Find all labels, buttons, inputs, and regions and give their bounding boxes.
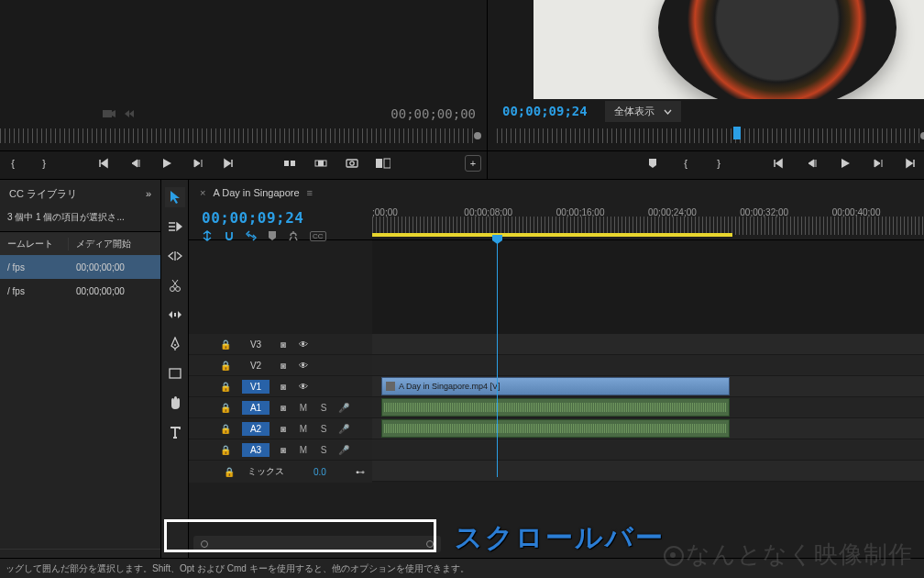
- toggle-output-icon[interactable]: ◙: [273, 403, 293, 413]
- program-timecode[interactable]: 00;00;09;24: [502, 104, 588, 118]
- insert-icon[interactable]: [123, 108, 136, 119]
- track-header-a1[interactable]: 🔒 A1 ◙ M S 🎤: [189, 397, 372, 418]
- visibility-icon[interactable]: 👁: [293, 339, 314, 350]
- mark-in-icon[interactable]: {: [6, 156, 20, 171]
- mark-out-icon[interactable]: }: [37, 156, 51, 171]
- solo-icon[interactable]: S: [314, 424, 334, 434]
- voice-over-icon[interactable]: 🎤: [334, 424, 354, 434]
- svg-rect-1: [284, 161, 289, 166]
- hand-tool-icon[interactable]: [165, 393, 185, 413]
- col-media-start[interactable]: メディア開始: [69, 238, 160, 250]
- mix-value[interactable]: 0.0: [314, 467, 326, 477]
- overwrite-clip-icon[interactable]: [314, 156, 328, 171]
- toggle-output-icon[interactable]: ◙: [273, 445, 293, 455]
- go-to-in-icon[interactable]: [97, 156, 112, 171]
- play-icon[interactable]: [838, 156, 852, 171]
- audio-clip[interactable]: [381, 398, 730, 417]
- step-forward-icon[interactable]: [871, 156, 886, 171]
- zoom-handle-right[interactable]: [426, 540, 434, 548]
- zoom-handle-left[interactable]: [201, 540, 208, 548]
- button-editor-icon[interactable]: +: [465, 155, 481, 172]
- mute-icon[interactable]: M: [293, 424, 314, 434]
- zoom-select[interactable]: 全体表示: [605, 101, 681, 122]
- track-header-v2[interactable]: 🔒 V2 ◙ 👁: [189, 355, 372, 376]
- track-header-v3[interactable]: 🔒 V3 ◙ 👁: [189, 334, 372, 355]
- type-tool-icon[interactable]: [165, 422, 185, 442]
- project-list-row[interactable]: / fps 00;00;00;00: [0, 255, 160, 279]
- timeline-playhead[interactable]: [497, 239, 498, 477]
- svg-rect-8: [384, 159, 390, 168]
- sequence-tab-label[interactable]: A Day in Singapore: [213, 187, 299, 198]
- video-only-icon[interactable]: [103, 108, 116, 119]
- mark-out-icon[interactable]: }: [711, 156, 726, 171]
- voice-over-icon[interactable]: 🎤: [334, 403, 354, 413]
- panel-menu-icon[interactable]: ≡: [307, 187, 313, 198]
- insert-clip-icon[interactable]: [282, 156, 297, 171]
- timeline-ruler[interactable]: ;00;00 00;00;08;00 00;00;16;00 00;00;24;…: [372, 206, 924, 239]
- lock-icon[interactable]: 🔒: [220, 361, 238, 371]
- timeline-zoom-scrollbar[interactable]: [193, 536, 441, 552]
- col-framerate[interactable]: ームレート: [0, 238, 69, 250]
- track-lane-v3[interactable]: [372, 334, 924, 355]
- lock-icon[interactable]: 🔒: [220, 403, 238, 413]
- track-lane-a1[interactable]: [372, 397, 924, 418]
- timeline-timecode[interactable]: 00;00;09;24: [202, 209, 359, 227]
- export-frame-icon[interactable]: [345, 156, 359, 171]
- visibility-icon[interactable]: 👁: [293, 361, 314, 371]
- add-marker-icon[interactable]: [645, 156, 660, 171]
- lock-icon[interactable]: 🔒: [224, 467, 235, 477]
- overflow-icon[interactable]: »: [146, 188, 151, 199]
- track-lane-v2[interactable]: [372, 355, 924, 376]
- track-header-a3[interactable]: 🔒 A3 ◙ M S 🎤: [189, 439, 372, 461]
- visibility-icon[interactable]: 👁: [293, 382, 314, 392]
- cc-libraries-tab[interactable]: CC ライブラリ: [9, 187, 77, 201]
- razor-tool-icon[interactable]: [165, 275, 185, 295]
- lock-icon[interactable]: 🔒: [220, 339, 238, 350]
- track-lane-a3[interactable]: [372, 439, 924, 461]
- close-sequence-icon[interactable]: ×: [200, 187, 205, 198]
- slip-tool-icon[interactable]: [165, 305, 185, 325]
- go-to-in-icon[interactable]: [772, 156, 786, 171]
- step-forward-icon[interactable]: [191, 156, 205, 171]
- go-to-out-icon[interactable]: [222, 156, 236, 171]
- track-select-tool-icon[interactable]: [165, 217, 185, 237]
- selection-tool-icon[interactable]: [165, 187, 185, 207]
- toggle-output-icon[interactable]: ◙: [273, 361, 293, 371]
- track-lane-v1[interactable]: A Day in Singapore.mp4 [V]: [372, 376, 924, 397]
- video-clip[interactable]: A Day in Singapore.mp4 [V]: [381, 377, 730, 395]
- toggle-output-icon[interactable]: ◙: [273, 339, 293, 350]
- track-header-a2[interactable]: 🔒 A2 ◙ M S 🎤: [189, 418, 372, 439]
- track-header-v1[interactable]: 🔒 V1 ◙ 👁: [189, 376, 372, 397]
- rectangle-tool-icon[interactable]: [165, 363, 185, 383]
- project-list-row[interactable]: / fps 00;00;00;00: [0, 279, 160, 303]
- play-icon[interactable]: [160, 156, 174, 171]
- toggle-output-icon[interactable]: ◙: [273, 424, 293, 434]
- track-lane-a2[interactable]: [372, 418, 924, 439]
- project-list-header[interactable]: ームレート メディア開始: [0, 231, 160, 255]
- work-area-bar[interactable]: [372, 233, 732, 237]
- mark-in-icon[interactable]: {: [678, 156, 693, 171]
- step-back-icon[interactable]: [805, 156, 820, 171]
- mix-lane[interactable]: [372, 461, 924, 482]
- mix-track-header[interactable]: 🔒 ミックス 0.0 ⊷: [189, 461, 372, 483]
- source-timecode[interactable]: 00;00;00;00: [390, 106, 476, 121]
- voice-over-icon[interactable]: 🎤: [334, 445, 354, 455]
- toggle-output-icon[interactable]: ◙: [273, 382, 293, 392]
- step-back-icon[interactable]: [128, 156, 143, 171]
- solo-icon[interactable]: S: [314, 445, 334, 455]
- pen-tool-icon[interactable]: [165, 334, 185, 354]
- lock-icon[interactable]: 🔒: [220, 445, 238, 455]
- comparison-view-icon[interactable]: [376, 156, 390, 171]
- go-to-out-icon[interactable]: [904, 156, 918, 171]
- mute-icon[interactable]: M: [293, 445, 314, 455]
- audio-clip[interactable]: [381, 419, 730, 438]
- program-playhead-icon[interactable]: [733, 127, 741, 139]
- lock-icon[interactable]: 🔒: [220, 424, 238, 434]
- lock-icon[interactable]: 🔒: [220, 382, 238, 392]
- captions-icon[interactable]: CC: [310, 231, 326, 241]
- program-preview[interactable]: [534, 0, 924, 99]
- ripple-edit-tool-icon[interactable]: [165, 246, 185, 266]
- solo-icon[interactable]: S: [314, 403, 334, 413]
- expand-icon[interactable]: ⊷: [356, 467, 365, 477]
- mute-icon[interactable]: M: [293, 403, 314, 413]
